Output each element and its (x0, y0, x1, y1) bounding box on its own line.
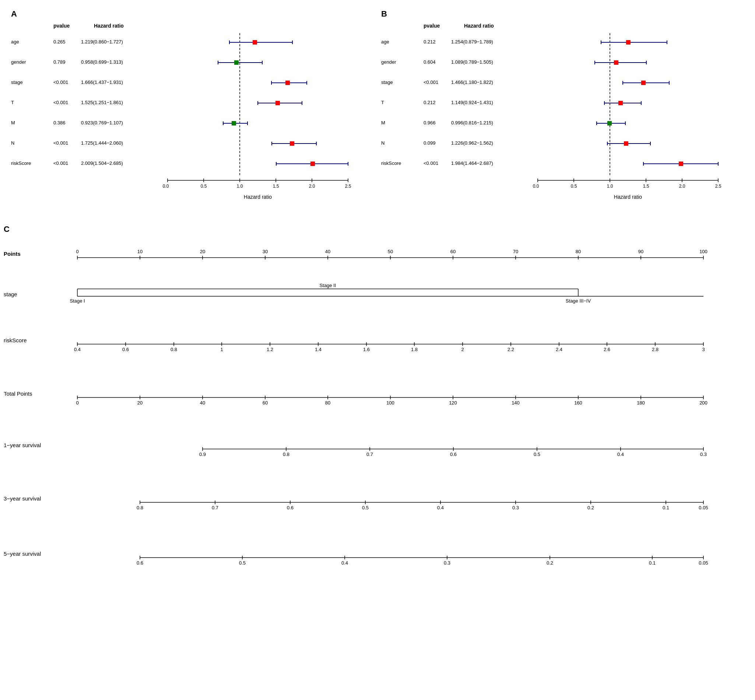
svg-text:100: 100 (699, 249, 708, 254)
svg-text:T: T (11, 100, 14, 105)
svg-text:0.099: 0.099 (423, 140, 436, 146)
svg-text:0.265: 0.265 (53, 39, 66, 45)
svg-text:60: 60 (263, 400, 268, 406)
svg-rect-57 (232, 121, 236, 125)
svg-text:0.923(0.769−1.107): 0.923(0.769−1.107) (81, 120, 123, 125)
svg-text:0.604: 0.604 (423, 59, 436, 65)
svg-text:stage: stage (381, 80, 393, 85)
svg-rect-127 (624, 141, 628, 146)
svg-rect-131 (679, 162, 683, 166)
svg-text:3: 3 (702, 347, 705, 352)
svg-rect-45 (234, 60, 239, 65)
svg-text:2.009(1.504−2.685): 2.009(1.504−2.685) (81, 161, 123, 166)
svg-rect-123 (607, 121, 612, 125)
panel-a: A pvalue Hazard ratio age gender stage T… (7, 7, 378, 221)
svg-text:pvalue: pvalue (423, 23, 440, 29)
svg-text:0.7: 0.7 (367, 452, 373, 457)
panel-b: B pvalue Hazard ratio age gender stage T… (378, 7, 748, 221)
svg-text:2.8: 2.8 (652, 347, 658, 352)
svg-text:<0.001: <0.001 (53, 100, 68, 105)
svg-text:0.5: 0.5 (201, 184, 207, 189)
svg-text:20: 20 (200, 249, 205, 254)
svg-text:<0.001: <0.001 (423, 80, 438, 85)
svg-text:20: 20 (137, 400, 143, 406)
svg-text:<0.001: <0.001 (53, 140, 68, 146)
svg-text:0.05: 0.05 (699, 505, 708, 511)
svg-text:160: 160 (574, 400, 582, 406)
svg-text:60: 60 (450, 249, 456, 254)
svg-text:3−year survival: 3−year survival (4, 495, 41, 502)
svg-text:0.958(0.699−1.313): 0.958(0.699−1.313) (81, 59, 123, 65)
svg-text:1.089(0.789−1.505): 1.089(0.789−1.505) (451, 59, 493, 65)
svg-text:1.8: 1.8 (411, 347, 418, 352)
svg-text:riskScore: riskScore (4, 337, 27, 344)
svg-text:10: 10 (137, 249, 143, 254)
svg-text:age: age (381, 39, 389, 45)
svg-text:0.4: 0.4 (437, 505, 444, 511)
svg-text:1.525(1.251−1.861): 1.525(1.251−1.861) (81, 100, 123, 105)
svg-text:2.2: 2.2 (508, 347, 514, 352)
svg-text:90: 90 (638, 249, 644, 254)
svg-text:1−year survival: 1−year survival (4, 442, 41, 448)
svg-text:1.254(0.879−1.789): 1.254(0.879−1.789) (451, 39, 493, 45)
svg-text:gender: gender (381, 59, 396, 65)
svg-rect-61 (290, 141, 294, 146)
svg-text:0.05: 0.05 (699, 560, 708, 566)
svg-text:2.0: 2.0 (309, 184, 315, 189)
svg-text:1.226(0.962−1.562): 1.226(0.962−1.562) (451, 140, 493, 146)
forest-plot-a: pvalue Hazard ratio age gender stage T M… (9, 19, 363, 214)
svg-text:1.2: 1.2 (267, 347, 273, 352)
svg-text:120: 120 (449, 400, 457, 406)
svg-text:0.996(0.816−1.215): 0.996(0.816−1.215) (451, 120, 493, 125)
nomogram: Points 0 10 20 30 40 50 60 70 80 90 (4, 236, 748, 699)
svg-text:0.5: 0.5 (534, 452, 540, 457)
svg-text:gender: gender (11, 59, 26, 65)
svg-text:1.5: 1.5 (273, 184, 279, 189)
svg-text:0.2: 0.2 (547, 560, 553, 566)
svg-text:riskScore: riskScore (11, 161, 31, 166)
svg-text:0.212: 0.212 (423, 39, 436, 45)
svg-text:age: age (11, 39, 19, 45)
svg-text:0.5: 0.5 (362, 505, 369, 511)
svg-text:0.5: 0.5 (239, 560, 246, 566)
svg-text:0.0: 0.0 (163, 184, 169, 189)
svg-text:N: N (11, 140, 14, 146)
svg-text:M: M (11, 120, 15, 125)
svg-text:50: 50 (388, 249, 393, 254)
svg-text:<0.001: <0.001 (423, 161, 438, 166)
svg-text:Stage III−IV: Stage III−IV (566, 298, 591, 304)
svg-text:40: 40 (325, 249, 331, 254)
svg-text:0.8: 0.8 (171, 347, 177, 352)
svg-text:5−year survival: 5−year survival (4, 551, 41, 557)
svg-rect-53 (276, 101, 280, 105)
svg-text:0.212: 0.212 (423, 100, 436, 105)
svg-text:0.6: 0.6 (287, 505, 293, 511)
svg-text:100: 100 (386, 400, 395, 406)
svg-text:stage: stage (11, 80, 23, 85)
svg-text:1.0: 1.0 (607, 184, 613, 189)
svg-text:0.1: 0.1 (649, 560, 656, 566)
svg-text:0.966: 0.966 (423, 120, 436, 125)
svg-text:1.984(1.464−2.687): 1.984(1.464−2.687) (451, 161, 493, 166)
svg-text:0.6: 0.6 (450, 452, 457, 457)
svg-text:<0.001: <0.001 (53, 80, 68, 85)
svg-text:Stage I: Stage I (70, 298, 85, 304)
svg-text:Hazard ratio: Hazard ratio (464, 23, 494, 29)
svg-text:2: 2 (461, 347, 464, 352)
svg-text:80: 80 (576, 249, 581, 254)
svg-text:200: 200 (699, 400, 708, 406)
svg-text:80: 80 (325, 400, 331, 406)
svg-text:0.4: 0.4 (617, 452, 624, 457)
svg-text:0.2: 0.2 (587, 505, 594, 511)
svg-text:Points: Points (4, 251, 20, 257)
svg-rect-65 (310, 162, 315, 166)
svg-rect-49 (285, 81, 290, 85)
svg-text:140: 140 (512, 400, 520, 406)
svg-text:2.4: 2.4 (556, 347, 562, 352)
svg-text:0.4: 0.4 (74, 347, 81, 352)
svg-text:1.466(1.180−1.822): 1.466(1.180−1.822) (451, 80, 493, 85)
svg-text:2.5: 2.5 (715, 184, 722, 189)
svg-text:Hazard ratio: Hazard ratio (94, 23, 124, 29)
svg-rect-111 (614, 60, 618, 65)
svg-text:0.4: 0.4 (341, 560, 348, 566)
